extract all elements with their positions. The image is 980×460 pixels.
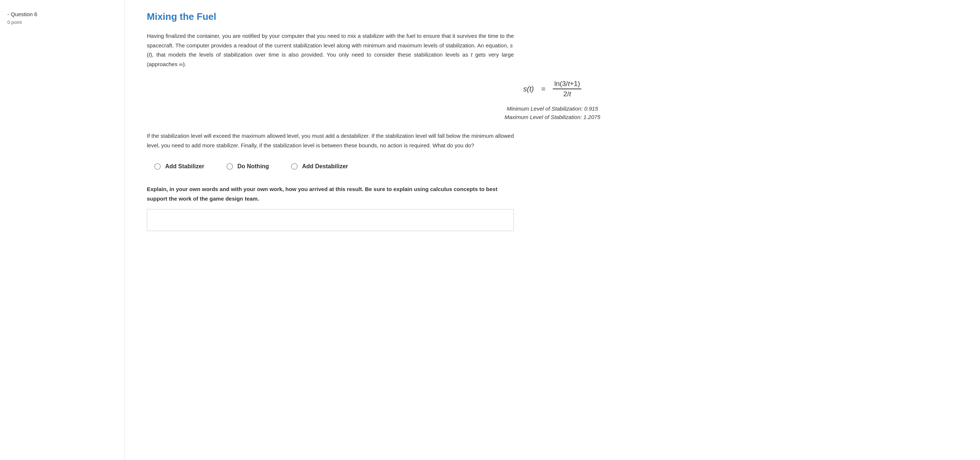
- levels-section: Minimum Level of Stabilization: 0.915 Ma…: [147, 105, 958, 120]
- main-content: Mixing the Fuel Having finalized the con…: [125, 0, 980, 460]
- min-level-label: Minimum Level of Stabilization: 0.915: [147, 105, 958, 112]
- option-do-nothing[interactable]: Do Nothing: [226, 163, 269, 170]
- sidebar-points-label: 0 point: [7, 19, 117, 25]
- sidebar: - Question 6 0 point: [0, 0, 125, 460]
- formula-left: s(t): [523, 85, 534, 93]
- max-level-label: Maximum Level of Stabilization: 1.2075: [147, 114, 958, 120]
- page-container: - Question 6 0 point Mixing the Fuel Hav…: [0, 0, 980, 460]
- answer-area[interactable]: [147, 209, 514, 231]
- option-add-stabilizer[interactable]: Add Stabilizer: [154, 163, 204, 170]
- radio-do-nothing[interactable]: [226, 163, 233, 170]
- question-title: Mixing the Fuel: [147, 11, 958, 22]
- option-add-stabilizer-label: Add Stabilizer: [165, 163, 204, 170]
- formula-denominator: 2/t: [563, 89, 571, 98]
- sidebar-question-label: - Question 6: [7, 11, 117, 17]
- option-add-destabilizer-label: Add Destabilizer: [302, 163, 348, 170]
- formula-display: s(t) = ln(3/t+1) 2/t: [523, 80, 582, 98]
- options-row: Add Stabilizer Do Nothing Add Destabiliz…: [147, 163, 958, 170]
- option-do-nothing-label: Do Nothing: [237, 163, 269, 170]
- intro-paragraph: Having finalized the container, you are …: [147, 31, 514, 69]
- formula-equals: =: [541, 85, 546, 93]
- instruction-paragraph: If the stabilization level will exceed t…: [147, 131, 514, 150]
- formula-section: s(t) = ln(3/t+1) 2/t: [147, 80, 958, 98]
- explain-section: Explain, in your own words and with your…: [147, 184, 514, 231]
- radio-add-stabilizer[interactable]: [154, 163, 161, 170]
- option-add-destabilizer[interactable]: Add Destabilizer: [291, 163, 348, 170]
- formula-numerator: ln(3/t+1): [553, 80, 581, 89]
- formula-fraction: ln(3/t+1) 2/t: [553, 80, 581, 98]
- radio-add-destabilizer[interactable]: [291, 163, 298, 170]
- explain-prompt: Explain, in your own words and with your…: [147, 184, 514, 203]
